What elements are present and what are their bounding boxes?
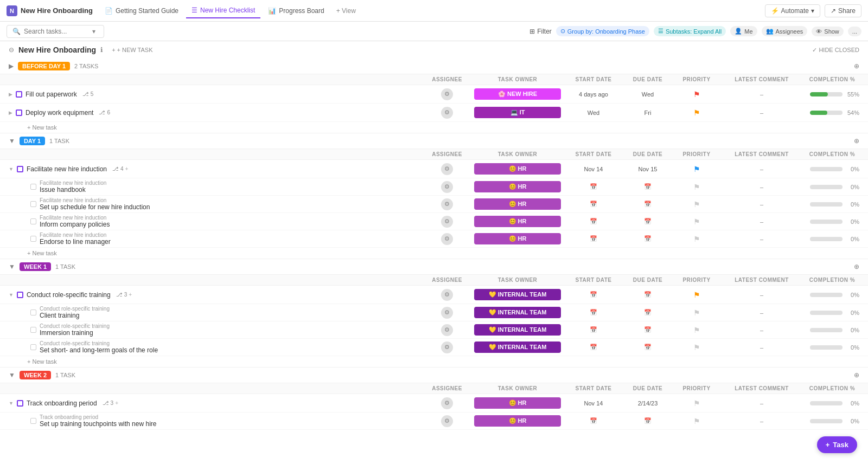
checkbox-track[interactable] [17, 400, 23, 407]
checkbox-facilitate[interactable] [17, 166, 23, 172]
section-before-day-1-toggle[interactable]: ▶ [9, 62, 14, 70]
sub-checkbox-touchpoints[interactable] [30, 418, 36, 424]
sub-priority-flag-issue-handbook[interactable]: ⚑ [693, 183, 700, 191]
new-task-plus: + [112, 47, 115, 53]
sub-label-inform-policies: Facilitate new hire induction [40, 215, 110, 221]
automate-button[interactable]: ⚡ Automate ▾ [765, 4, 820, 17]
subtask-setup-schedule: Facilitate new hire induction Set up sch… [0, 196, 868, 213]
sub-checkbox-immersion[interactable] [30, 327, 36, 333]
more-label: ... [852, 28, 857, 35]
priority-flag-deploy[interactable]: ⚑ [693, 108, 700, 117]
checkbox-fill[interactable] [16, 91, 22, 98]
new-task-link-week1[interactable]: + New task [0, 356, 868, 368]
section-week-1-add[interactable]: ⊕ [854, 263, 859, 270]
new-task-label: + NEW TASK [117, 47, 153, 53]
new-task-button[interactable]: + + NEW TASK [107, 46, 157, 54]
show-chip[interactable]: 👁 Show [812, 27, 844, 36]
priority-flag-fill[interactable]: ⚑ [693, 90, 700, 99]
expand-conduct[interactable]: ▼ [9, 292, 14, 298]
assignees-chip[interactable]: 👥 Assignees [762, 26, 808, 36]
checkbox-conduct[interactable] [17, 292, 23, 298]
sub-avatar-issue-handbook[interactable]: ⚙ [441, 181, 453, 193]
search-input[interactable] [24, 28, 89, 35]
expand-facilitate[interactable]: ▼ [9, 166, 14, 172]
subtask-immersion-training: Conduct role-specific training Immersion… [0, 321, 868, 339]
section-week-1-badge: WEEK 1 [20, 262, 51, 271]
sub-checkbox-setup-schedule[interactable] [30, 201, 36, 207]
expand-deploy[interactable]: ▶ [9, 110, 12, 115]
sub-checkbox-set-goals[interactable] [30, 344, 36, 350]
task-meta-fill: ⎇ 5 [82, 91, 94, 97]
me-chip[interactable]: 👤 Me [730, 26, 757, 36]
avatar-deploy[interactable]: ⚙ [441, 107, 453, 119]
subtasks-chip[interactable]: ☰ Subtasks: Expand All [654, 26, 726, 36]
section-week-2-toggle[interactable]: ▼ [9, 371, 15, 379]
start-date-facilitate: Nov 14 [566, 166, 621, 172]
collapse-icon[interactable]: ⊖ [9, 46, 14, 54]
checkbox-deploy[interactable] [16, 109, 22, 116]
subtasks-label: Subtasks: Expand All [666, 28, 722, 35]
owner-deploy: 💻 IT [469, 107, 566, 118]
owner-facilitate: 😊 HR [469, 163, 566, 175]
avatar-fill[interactable]: ⚙ [441, 88, 453, 100]
automate-chevron: ▾ [811, 7, 814, 15]
new-task-link-before-day1[interactable]: + New task [0, 122, 868, 133]
section-day-1-badge: DAY 1 [20, 137, 45, 145]
sub-checkbox-client-training[interactable] [30, 310, 36, 315]
search-box[interactable]: 🔍 ▾ [7, 25, 104, 38]
page-title: New Hire Onboarding [18, 46, 96, 54]
avatar-facilitate[interactable]: ⚙ [441, 163, 453, 175]
info-icon[interactable]: ℹ [100, 46, 103, 54]
before-day-1-table-header: ASSIGNEE TASK OWNER START DATE DUE DATE … [0, 74, 868, 85]
filter-icon: ⊞ [529, 28, 535, 35]
tab-new-hire-checklist-label: New Hire Checklist [200, 7, 255, 14]
tab-progress-board[interactable]: 📊 Progress Board [263, 4, 329, 18]
owner-fill: 🌸 NEW HIRE [469, 88, 566, 100]
section-before-day-1-badge: BEFORE DAY 1 [18, 62, 70, 70]
section-before-day-1-add[interactable]: ⊕ [854, 62, 859, 70]
task-row-deploy-equipment: ▶ Deploy work equipment ⎇ 6 ⚙ 💻 IT Wed F… [0, 104, 868, 122]
task-row-facilitate: ▼ Facilitate new hire induction ⎇ 4 + ⚙ … [0, 160, 868, 178]
add-subtask-conduct[interactable]: + [129, 292, 132, 298]
new-task-link-day1[interactable]: + New task [0, 248, 868, 259]
completion-fill: 55% [805, 91, 859, 98]
section-day-1-toggle[interactable]: ▼ [9, 137, 15, 145]
hide-closed-button[interactable]: ✓ HIDE CLOSED [812, 47, 859, 54]
sub-checkbox-inform-policies[interactable] [30, 218, 36, 224]
section-week-2-add[interactable]: ⊕ [854, 371, 859, 379]
add-subtask-facilitate[interactable]: + [125, 166, 129, 172]
section-day-1-add[interactable]: ⊕ [854, 137, 859, 145]
sub-task-name-issue-handbook: Issue handbook [40, 186, 106, 194]
add-subtask-track[interactable]: + [115, 400, 118, 406]
sub-checkbox-issue-handbook[interactable] [30, 184, 36, 190]
nav-add-view[interactable]: + View [332, 5, 360, 17]
share-button[interactable]: ↗ Share [825, 4, 861, 17]
section-before-day-1-count: 2 TASKS [74, 63, 98, 69]
add-task-fab[interactable]: + Task [817, 436, 857, 453]
share-label: Share [838, 7, 856, 15]
owner-badge-facilitate: 😊 HR [474, 163, 561, 175]
fab-label: Task [833, 441, 848, 449]
group-by-chip[interactable]: ⊙ Group by: Onboarding Phase [556, 26, 649, 36]
task-meta-facilitate: ⎇ 4 + [112, 166, 128, 172]
expand-track[interactable]: ▼ [9, 401, 14, 406]
sub-label-setup-schedule: Facilitate new hire induction [40, 197, 150, 203]
tab-new-hire-checklist[interactable]: ☰ New Hire Checklist [186, 3, 260, 18]
search-icon: 🔍 [12, 28, 21, 35]
subtask-icon-facilitate: ⎇ [112, 166, 119, 172]
sub-comment-issue-handbook: – [718, 184, 805, 190]
tab-getting-started[interactable]: 📄 Getting Started Guide [99, 4, 184, 18]
section-week-2-count: 1 TASK [55, 372, 75, 378]
sub-due-issue-handbook: 📅 [621, 183, 675, 190]
sub-checkbox-endorse-manager[interactable] [30, 236, 36, 242]
fab-icon: + [826, 441, 830, 449]
expand-fill[interactable]: ▶ [9, 92, 12, 97]
day-1-table-header: ASSIGNEE TASK OWNER START DATE DUE DATE … [0, 149, 868, 160]
more-chip[interactable]: ... [848, 27, 861, 36]
section-week-1-toggle[interactable]: ▼ [9, 263, 15, 270]
priority-flag-facilitate[interactable]: ⚑ [693, 165, 700, 173]
filter-button[interactable]: ⊞ Filter [529, 28, 552, 35]
nav-right: ⚡ Automate ▾ ↗ Share [765, 4, 861, 17]
section-week-2-badge: WEEK 2 [20, 371, 51, 379]
assignee-facilitate: ⚙ [425, 163, 469, 175]
